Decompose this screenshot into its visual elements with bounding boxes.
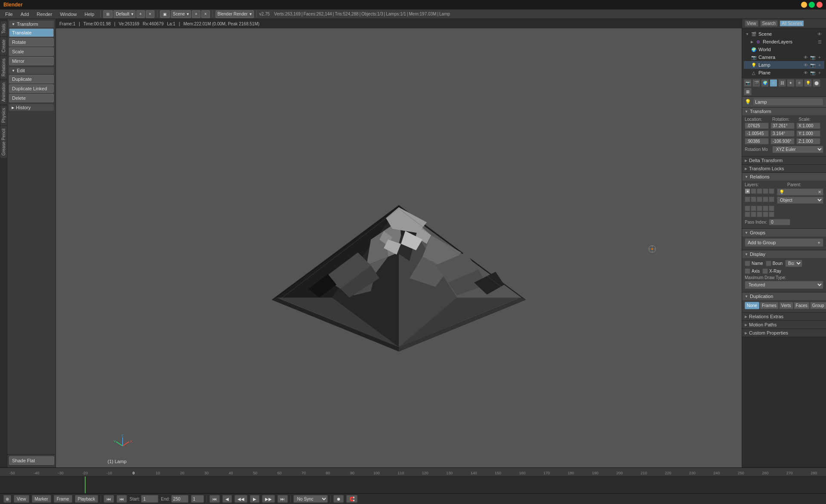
duplicate-button[interactable]: Duplicate <box>9 75 54 83</box>
parent-type-select[interactable]: Object <box>777 197 823 204</box>
start-frame-input[interactable] <box>141 495 158 503</box>
transform-header[interactable]: ▼ Transform <box>9 21 54 28</box>
sidebar-tab-create[interactable]: Create <box>0 37 7 55</box>
menu-help[interactable]: Help <box>81 11 98 18</box>
layout-remove-btn[interactable]: × <box>146 10 154 18</box>
add-to-group-button[interactable]: Add to Group + <box>745 238 823 247</box>
loc-y-input[interactable] <box>745 130 769 137</box>
dup-verts-btn[interactable]: Verts <box>779 302 793 309</box>
scene-item-camera[interactable]: 📷 Camera 👁 📷 + <box>744 53 824 61</box>
scene-vis-btn[interactable]: 👁 <box>817 31 823 37</box>
prop-scene-icon[interactable]: 🎬 <box>752 79 760 87</box>
layer-19[interactable] <box>763 212 768 217</box>
view-tab[interactable]: View <box>745 20 758 27</box>
rl-filter-btn[interactable]: ☰ <box>817 39 823 45</box>
scene-item-world[interactable]: 🌍 World <box>744 46 824 53</box>
prop-constraints-icon[interactable]: ⛓ <box>778 79 786 87</box>
prop-physics-icon[interactable]: ⚛ <box>795 79 803 87</box>
duplication-header[interactable]: ▼ Duplication <box>742 292 826 300</box>
frame-btn[interactable]: Frame <box>54 495 72 503</box>
menu-render[interactable]: Render <box>33 11 55 18</box>
sidebar-tab-relations[interactable]: Relations <box>0 56 7 79</box>
history-header[interactable]: ▶ History <box>9 104 54 111</box>
current-frame-input[interactable] <box>191 495 204 503</box>
sidebar-tab-animation[interactable]: Animation <box>0 80 7 104</box>
layer-11[interactable] <box>745 206 750 211</box>
layer-15[interactable] <box>769 206 774 211</box>
search-tab[interactable]: Search <box>760 20 778 27</box>
rotation-mode-select[interactable]: XYZ Euler <box>772 146 823 153</box>
delta-transform-header[interactable]: ▶ Delta Transform <box>742 157 826 164</box>
loc-x-input[interactable] <box>745 123 769 129</box>
custom-props-header[interactable]: ▶ Custom Properties <box>742 329 826 337</box>
cam-render-btn[interactable]: 📷 <box>810 54 816 60</box>
pass-index-input[interactable] <box>769 219 790 225</box>
minimize-button[interactable] <box>801 2 807 8</box>
timeline-icon-btn[interactable]: ⊕ <box>3 495 11 503</box>
prop-render-icon[interactable]: 📷 <box>744 79 752 87</box>
display-header[interactable]: ▼ Display <box>742 250 826 258</box>
groups-header[interactable]: ▼ Groups <box>742 229 826 237</box>
timeline-content[interactable] <box>0 476 826 493</box>
maximize-button[interactable] <box>809 2 815 8</box>
edit-header[interactable]: ▼ Edit <box>9 67 54 74</box>
rotate-button[interactable]: Rotate <box>9 38 54 46</box>
layer-12[interactable] <box>751 206 756 211</box>
prop-object-icon[interactable]: ○ <box>770 79 777 87</box>
prop-data-icon[interactable]: 💡 <box>804 79 812 87</box>
cb-boun-box[interactable] <box>766 261 771 266</box>
play-reverse-btn[interactable]: ◀◀ <box>234 495 247 503</box>
relations-extras-header[interactable]: ▶ Relations Extras <box>742 313 826 320</box>
sidebar-tab-tools[interactable]: Tools <box>0 21 7 36</box>
menu-file[interactable]: File <box>2 11 16 18</box>
sidebar-tab-grease-pencil[interactable]: Grease Pencil <box>0 126 7 158</box>
cb-name-box[interactable] <box>745 261 750 266</box>
close-button[interactable] <box>817 2 823 8</box>
plane-sel-btn[interactable]: + <box>817 70 823 76</box>
end-frame-input[interactable] <box>171 495 188 503</box>
delete-button[interactable]: Delete <box>9 94 54 102</box>
layer-17[interactable] <box>751 212 756 217</box>
prev-frame-btn[interactable]: ◀ <box>222 495 232 503</box>
jump-end-btn[interactable]: ⏭ <box>277 495 288 503</box>
scene-icon-btn[interactable]: ▣ <box>160 10 170 18</box>
rot-y-input[interactable] <box>771 130 795 137</box>
scale-button[interactable]: Scale <box>9 47 54 56</box>
prop-material-icon[interactable]: ⬤ <box>813 79 820 87</box>
translate-button[interactable]: Translate <box>9 28 54 37</box>
dup-group-btn[interactable]: Group <box>810 302 826 309</box>
play-reverse-icon[interactable]: ⏮ <box>104 495 114 503</box>
lamp-sel-btn[interactable]: + <box>817 62 823 68</box>
boun-type-select[interactable]: Box <box>785 260 802 267</box>
dup-faces-btn[interactable]: Faces <box>794 302 810 309</box>
scene-add-btn[interactable]: + <box>192 10 200 18</box>
engine-dropdown[interactable]: Blender Render ▾ <box>216 10 254 18</box>
mirror-button[interactable]: Mirror <box>9 57 54 65</box>
relations-header[interactable]: ▼ Relations <box>742 173 826 181</box>
object-name-input[interactable] <box>753 98 823 106</box>
layout-add-btn[interactable]: + <box>136 10 145 18</box>
layer-3[interactable] <box>757 188 762 194</box>
layer-18[interactable] <box>757 212 762 217</box>
play-icon[interactable]: ⏮ <box>117 495 127 503</box>
play-btn[interactable]: ▶ <box>250 495 259 503</box>
loc-z-input[interactable] <box>745 138 769 144</box>
layer-16[interactable] <box>745 212 750 217</box>
all-scenes-tab[interactable]: All Scenes <box>780 20 804 27</box>
cb-xray-box[interactable] <box>762 268 768 274</box>
layer-13[interactable] <box>757 206 762 211</box>
layer-2[interactable] <box>751 188 756 194</box>
cb-axis-box[interactable] <box>745 268 750 274</box>
scene-remove-btn[interactable]: × <box>201 10 210 18</box>
viewport[interactable]: Frame:1 | Time:00:01.98 | Ve:263169 Rx:4… <box>56 19 742 467</box>
sidebar-tab-physics[interactable]: Physics <box>0 105 7 125</box>
prop-particles-icon[interactable]: ✦ <box>787 79 795 87</box>
scene-item-scene[interactable]: ▼ 🎬 Scene 👁 <box>744 30 824 38</box>
sync-select[interactable]: No Sync <box>293 495 328 503</box>
transform-locks-header[interactable]: ▶ Transform Locks <box>742 165 826 172</box>
lamp-vis-btn[interactable]: 👁 <box>803 62 809 68</box>
lamp-render-btn[interactable]: 📷 <box>810 62 816 68</box>
draw-type-select[interactable]: Textured <box>745 281 823 289</box>
rot-z-input[interactable] <box>771 138 795 144</box>
keying-btn[interactable]: ⏺ <box>333 495 344 503</box>
